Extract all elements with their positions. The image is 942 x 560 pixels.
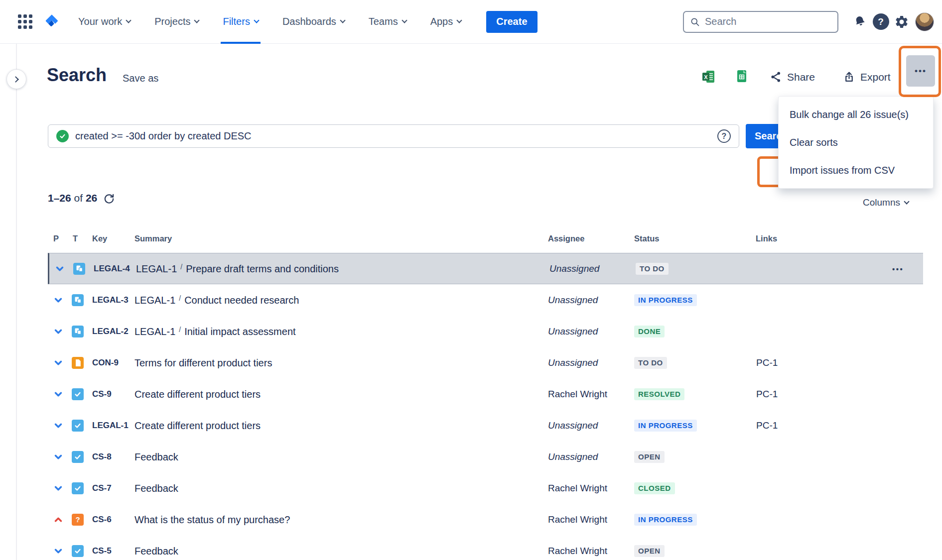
priority-high-icon: [53, 514, 64, 525]
share-button[interactable]: Share: [770, 71, 815, 83]
nav-item-apps[interactable]: Apps: [428, 0, 464, 44]
table-row[interactable]: ?CS-6What is the status of my purchase?R…: [48, 504, 923, 535]
jira-logo-icon[interactable]: [43, 13, 60, 30]
global-search-box[interactable]: [683, 11, 838, 33]
issue-key[interactable]: CS-7: [92, 483, 112, 493]
save-as-button[interactable]: Save as: [123, 73, 158, 84]
more-actions-menu: Bulk change all 26 issue(s) Clear sorts …: [778, 96, 934, 189]
table-row[interactable]: LEGAL-3LEGAL-1/Conduct needed researchUn…: [48, 284, 923, 316]
jql-query-text[interactable]: created >= -30d order by created DESC: [75, 130, 252, 142]
create-button[interactable]: Create: [486, 11, 537, 33]
export-label: Export: [860, 71, 891, 83]
priority-low-icon: [53, 420, 64, 431]
nav-item-projects[interactable]: Projects: [152, 0, 201, 44]
table-row[interactable]: CON-9Terms for different product tiersUn…: [48, 347, 923, 378]
table-row[interactable]: CS-8FeedbackUnassignedOPEN: [48, 441, 923, 472]
more-actions-button[interactable]: •••: [906, 55, 935, 87]
table-row[interactable]: LEGAL-4LEGAL-1/Prepare draft terms and c…: [48, 253, 923, 284]
table-row[interactable]: CS-5FeedbackRachel WrightOPEN: [48, 535, 923, 560]
status-badge: OPEN: [634, 451, 665, 463]
nav-item-filters[interactable]: Filters: [221, 0, 260, 44]
expand-sidebar-button[interactable]: [6, 69, 26, 89]
issue-key[interactable]: LEGAL-4: [94, 264, 130, 274]
column-header-status[interactable]: Status: [634, 234, 659, 243]
status-badge: IN PROGRESS: [634, 514, 697, 526]
help-icon[interactable]: ?: [870, 11, 891, 32]
issue-summary[interactable]: Feedback: [135, 451, 178, 462]
export-sheets-icon[interactable]: [735, 70, 748, 85]
menu-item-clear-sorts[interactable]: Clear sorts: [779, 128, 933, 156]
jql-help-icon[interactable]: ?: [717, 129, 731, 143]
menu-item-import-csv[interactable]: Import issues from CSV: [779, 156, 933, 184]
nav-item-your-work[interactable]: Your work: [76, 0, 133, 44]
table-row[interactable]: CS-9Create different product tiersRachel…: [48, 378, 923, 410]
refresh-icon[interactable]: [103, 193, 115, 204]
issue-key[interactable]: CS-6: [92, 515, 112, 525]
column-header-priority[interactable]: P: [53, 234, 59, 243]
settings-gear-icon[interactable]: [891, 11, 912, 32]
issue-summary[interactable]: LEGAL-1/Conduct needed research: [135, 294, 299, 306]
notifications-bell-icon[interactable]: [849, 11, 870, 32]
issue-link[interactable]: PC-1: [756, 389, 778, 400]
priority-low-icon: [53, 483, 64, 494]
nav-item-dashboards[interactable]: Dashboards: [280, 0, 347, 44]
issue-summary[interactable]: What is the status of my purchase?: [135, 514, 290, 525]
priority-low-icon: [53, 451, 64, 462]
issue-summary[interactable]: Feedback: [135, 545, 178, 557]
priority-low-icon: [53, 546, 64, 557]
user-avatar[interactable]: [915, 12, 934, 31]
share-icon: [770, 71, 782, 83]
issue-summary[interactable]: LEGAL-1/Initial impact assessment: [135, 326, 296, 337]
issue-assignee: Unassigned: [548, 295, 598, 306]
top-navigation-bar: Your work Projects Filters Dashboards Te…: [0, 0, 942, 44]
issue-summary[interactable]: Feedback: [135, 482, 178, 494]
app-switcher-icon[interactable]: [18, 14, 32, 29]
column-header-summary[interactable]: Summary: [135, 234, 172, 243]
issue-link[interactable]: PC-1: [756, 357, 778, 368]
search-icon: [690, 17, 700, 27]
issue-link[interactable]: PC-1: [756, 420, 778, 431]
issue-summary[interactable]: LEGAL-1/Prepare draft terms and conditio…: [136, 263, 339, 274]
issue-key[interactable]: CON-9: [92, 358, 119, 368]
results-count: 1–26 of 26: [48, 192, 115, 204]
issue-key[interactable]: CS-5: [92, 546, 112, 556]
nav-item-label: Filters: [223, 16, 250, 27]
chevron-down-icon: [904, 199, 909, 204]
export-button[interactable]: Export: [843, 71, 891, 83]
parent-issue-key[interactable]: LEGAL-1: [135, 326, 175, 336]
issue-key[interactable]: LEGAL-2: [92, 327, 129, 336]
issue-summary[interactable]: Create different product tiers: [135, 388, 261, 400]
column-header-links[interactable]: Links: [756, 234, 777, 243]
global-search-input[interactable]: [705, 16, 819, 27]
issue-summary[interactable]: Terms for different product tiers: [135, 357, 272, 368]
task-type-icon: [72, 420, 84, 432]
priority-low-icon: [53, 295, 64, 306]
parent-issue-key[interactable]: LEGAL-1: [135, 294, 175, 305]
columns-dropdown-button[interactable]: Columns: [863, 197, 909, 208]
menu-item-bulk-change[interactable]: Bulk change all 26 issue(s): [779, 101, 933, 128]
status-badge: OPEN: [634, 545, 665, 557]
page-title: Search: [47, 65, 107, 86]
results-total: 26: [86, 192, 97, 204]
issue-assignee: Unassigned: [548, 326, 598, 337]
column-header-type[interactable]: T: [73, 234, 78, 243]
subtask-type-icon: [73, 263, 85, 275]
table-row[interactable]: LEGAL-1Create different product tiersUna…: [48, 410, 923, 441]
table-row[interactable]: LEGAL-2LEGAL-1/Initial impact assessment…: [48, 316, 923, 347]
parent-issue-key[interactable]: LEGAL-1: [136, 263, 177, 274]
nav-item-teams[interactable]: Teams: [367, 0, 408, 44]
column-header-key[interactable]: Key: [92, 234, 107, 243]
svg-text:X: X: [704, 74, 708, 80]
jql-query-bar[interactable]: created >= -30d order by created DESC ?: [48, 124, 739, 148]
issue-key[interactable]: LEGAL-3: [92, 295, 129, 305]
export-excel-icon[interactable]: X: [701, 70, 715, 86]
issue-key[interactable]: CS-8: [92, 452, 112, 462]
table-row[interactable]: CS-7FeedbackRachel WrightCLOSED: [48, 472, 923, 504]
row-more-actions-button[interactable]: •••: [892, 264, 904, 273]
issue-key[interactable]: LEGAL-1: [92, 421, 129, 431]
issue-summary[interactable]: Create different product tiers: [135, 420, 261, 431]
nav-item-label: Projects: [154, 16, 190, 27]
column-header-assignee[interactable]: Assignee: [548, 234, 584, 243]
issue-key[interactable]: CS-9: [92, 389, 112, 399]
issue-assignee: Rachel Wright: [548, 514, 607, 525]
